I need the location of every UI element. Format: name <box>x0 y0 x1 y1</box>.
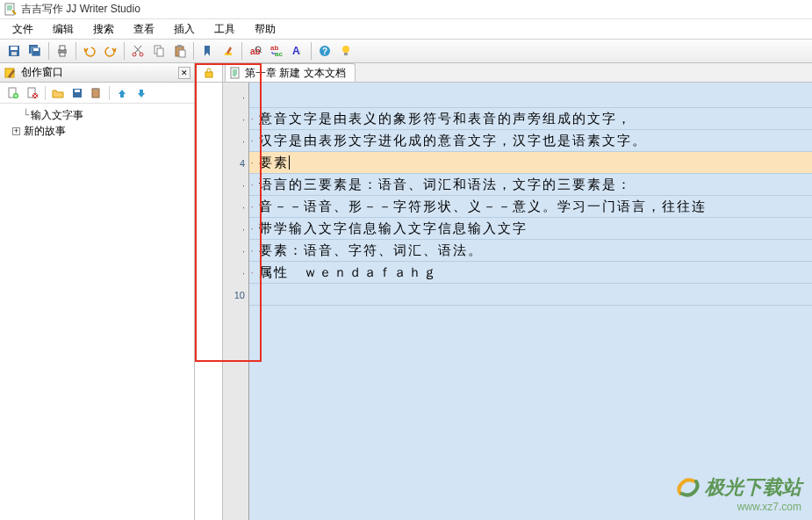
document-tab[interactable]: 第一章 新建 文本文档 <box>225 63 356 82</box>
editor-line[interactable]: ·带学输入文字信息输入文字信息输入文字 <box>249 218 812 240</box>
tree-item-label: 新的故事 <box>24 124 66 139</box>
title-bar: 吉吉写作 JJ Writer Studio <box>0 0 812 19</box>
editor-line[interactable]: ·要素：语音、字符、词汇、语法。 <box>249 240 812 262</box>
watermark-url: www.xz7.com <box>675 501 801 513</box>
svg-rect-35 <box>75 90 80 92</box>
svg-rect-36 <box>92 89 99 98</box>
up-icon[interactable] <box>113 84 131 102</box>
tab-bar: 第一章 新建 文本文档 <box>223 63 812 83</box>
menu-bar: 文件 编辑 搜索 查看 插入 工具 帮助 <box>0 19 812 39</box>
editor-line[interactable]: ·语言的三要素是：语音、词汇和语法，文字的三要素是： <box>249 174 812 196</box>
delete-icon[interactable] <box>24 84 41 102</box>
svg-rect-28 <box>344 53 348 55</box>
print-icon[interactable] <box>53 41 72 61</box>
svg-rect-3 <box>11 52 17 55</box>
menu-help[interactable]: 帮助 <box>246 19 284 40</box>
replace-icon[interactable]: abac <box>267 41 286 61</box>
bookmark-icon[interactable] <box>198 41 217 61</box>
writing-icon <box>4 66 18 80</box>
tree-expand-icon[interactable]: + <box>12 127 20 135</box>
svg-rect-6 <box>33 48 39 51</box>
svg-rect-8 <box>60 46 65 50</box>
help-icon[interactable]: ? <box>315 41 334 61</box>
svg-rect-37 <box>94 88 97 90</box>
redo-icon[interactable] <box>101 41 120 61</box>
folder-icon[interactable] <box>49 84 67 102</box>
gutter-lock[interactable] <box>195 63 222 83</box>
editor-line[interactable] <box>249 284 812 306</box>
new-doc-icon[interactable] <box>4 84 22 102</box>
down-icon[interactable] <box>133 84 150 102</box>
main-toolbar: ab abac A↓ ? <box>0 39 812 63</box>
line-number-10: 10 <box>223 284 248 306</box>
tree-item-story[interactable]: + 新的故事 <box>4 123 190 139</box>
svg-point-27 <box>342 46 349 53</box>
tree-item-label: 输入文字事 <box>31 108 83 123</box>
sidebar-title-bar: 创作窗口 ✕ <box>0 63 194 83</box>
line-number-4: 4 <box>223 152 248 174</box>
svg-rect-9 <box>60 53 65 56</box>
middle-gutter <box>195 63 223 520</box>
watermark-logo-icon <box>675 476 701 499</box>
menu-insert[interactable]: 插入 <box>165 19 204 40</box>
editor-line[interactable]: ·汉字是由表形文字进化成的意音文字，汉字也是语素文字。 <box>249 130 812 152</box>
svg-rect-15 <box>177 45 182 47</box>
editor-content[interactable]: ·意音文字是由表义的象形符号和表音的声旁组成的文字， ·汉字是由表形文字进化成的… <box>249 83 812 520</box>
editor-line[interactable]: ·属性 ｗｅｎｄａｆａｈｇ <box>249 262 812 284</box>
menu-file[interactable]: 文件 <box>4 19 42 40</box>
svg-rect-16 <box>179 50 185 57</box>
editor-line[interactable] <box>249 86 812 108</box>
editor-area: 第一章 新建 文本文档 · · · 4 · · · · · 10 ·意音文字是由… <box>223 63 812 520</box>
watermark: 极光下载站 www.xz7.com <box>675 474 801 513</box>
editor-line[interactable]: ·音－－语音、形－－字符形状、义－－意义。学习一门语言，往往连 <box>249 196 812 218</box>
highlight-icon[interactable] <box>219 41 238 61</box>
svg-text:ac: ac <box>275 50 283 58</box>
svg-rect-13 <box>157 48 163 56</box>
cut-icon[interactable] <box>128 41 147 61</box>
svg-point-11 <box>140 53 143 56</box>
side-paste-icon[interactable] <box>88 84 105 102</box>
watermark-name: 极光下载站 <box>705 474 801 501</box>
save-all-icon[interactable] <box>25 41 45 61</box>
undo-icon[interactable] <box>80 41 99 61</box>
line-gutter: · · · 4 · · · · · 10 <box>223 83 249 520</box>
sidebar: 创作窗口 ✕ └ 输入文字事 + 新的故事 <box>0 63 195 520</box>
svg-rect-38 <box>205 72 212 77</box>
svg-rect-2 <box>11 47 18 50</box>
editor-line-active[interactable]: ·要素 <box>249 152 812 174</box>
tab-title: 第一章 新建 文本文档 <box>245 66 346 81</box>
editor-line[interactable]: ·意音文字是由表义的象形符号和表音的声旁组成的文字， <box>249 108 812 130</box>
menu-search[interactable]: 搜索 <box>84 19 123 40</box>
find-icon[interactable]: ab <box>246 41 265 61</box>
svg-text:?: ? <box>322 47 327 56</box>
sidebar-toolbar <box>0 83 194 104</box>
tree-connector-icon: └ <box>23 109 29 121</box>
svg-point-10 <box>133 53 136 56</box>
sidebar-tree: └ 输入文字事 + 新的故事 <box>0 104 194 520</box>
copy-icon[interactable] <box>149 41 169 61</box>
svg-text:↓: ↓ <box>298 48 301 56</box>
save-icon[interactable] <box>4 41 24 61</box>
side-save-icon[interactable] <box>68 84 86 102</box>
sidebar-title: 创作窗口 <box>21 65 63 80</box>
paste-icon[interactable] <box>170 41 190 61</box>
char-icon[interactable]: A↓ <box>288 41 307 61</box>
main-area: 创作窗口 ✕ └ 输入文字事 + 新的故事 <box>0 63 812 520</box>
idea-icon[interactable] <box>336 41 356 61</box>
sidebar-close-icon[interactable]: ✕ <box>178 67 190 79</box>
app-title: 吉吉写作 JJ Writer Studio <box>21 2 140 17</box>
tree-item-text[interactable]: └ 输入文字事 <box>4 107 190 123</box>
svg-rect-39 <box>231 68 239 78</box>
lock-icon <box>203 67 215 79</box>
document-icon <box>229 67 241 79</box>
menu-view[interactable]: 查看 <box>125 19 163 40</box>
editor[interactable]: · · · 4 · · · · · 10 ·意音文字是由表义的象形符号和表音的声… <box>223 83 812 520</box>
menu-edit[interactable]: 编辑 <box>44 19 83 40</box>
text-cursor <box>289 155 290 170</box>
app-icon <box>4 3 18 17</box>
menu-tools[interactable]: 工具 <box>205 19 244 40</box>
